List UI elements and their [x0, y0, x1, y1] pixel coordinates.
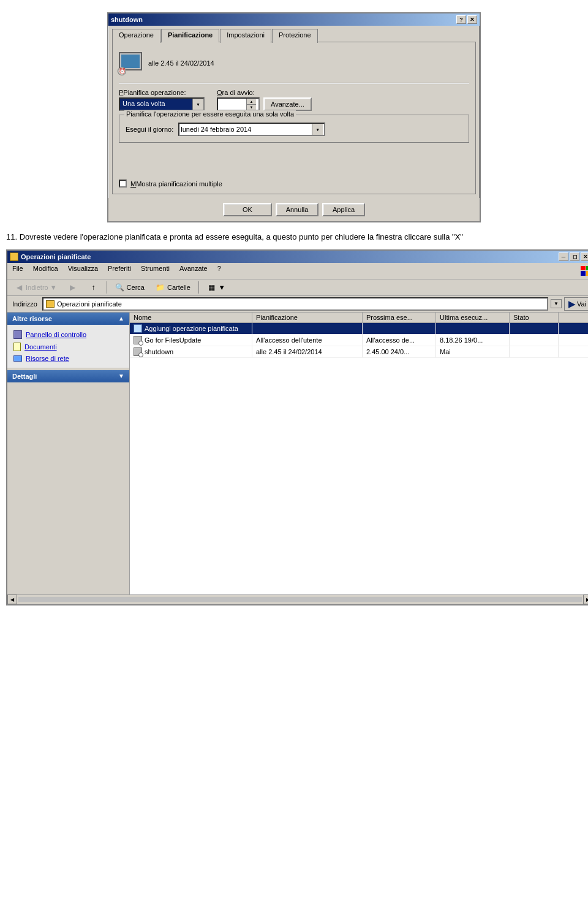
ok-button[interactable]: OK [223, 203, 272, 216]
menu-visualizza[interactable]: Visualizza [63, 264, 103, 278]
scroll-track[interactable] [18, 597, 582, 602]
address-value: Operazioni pianificate [57, 300, 122, 308]
dialog-buttons: OK Annulla Applica [108, 198, 480, 221]
time-input[interactable]: 2.45 [218, 99, 246, 109]
scroll-right-btn[interactable]: ▶ [583, 594, 588, 604]
address-dropdown-btn[interactable]: ▼ [551, 299, 562, 308]
dettagli-header[interactable]: Dettagli ▼ [7, 370, 129, 382]
col-pianificazione[interactable]: Pianificazione [252, 313, 363, 322]
col-prossima[interactable]: Prossima ese... [363, 313, 436, 322]
search-btn[interactable]: 🔍 Cerca [111, 281, 149, 294]
tab-impostazioni[interactable]: Impostazioni [220, 29, 271, 43]
date-arrow-icon[interactable]: ▼ [312, 124, 323, 135]
annulla-button[interactable]: Annulla [276, 203, 318, 216]
sidebar-link-risorse[interactable]: Risorse di rete [12, 353, 124, 364]
forward-btn[interactable]: ▶ [64, 281, 82, 294]
mostra-checkbox[interactable] [119, 180, 127, 188]
dettagli-label: Dettagli [12, 373, 37, 380]
file-row-2[interactable]: shutdown alle 2.45 il 24/02/2014 2.45.00… [130, 346, 588, 358]
file-row-1[interactable]: Go for FilesUpdate All'accesso dell'uten… [130, 335, 588, 346]
file-cell-nome-1: Go for FilesUpdate [130, 335, 252, 346]
address-field[interactable]: Operazioni pianificate [42, 297, 548, 311]
tab-operazione[interactable]: Operazione [112, 29, 160, 43]
explorer-window-icon [10, 252, 18, 261]
views-btn[interactable]: ▦ ▼ [203, 281, 230, 294]
sidebar-link-pannello[interactable]: Pannello di controllo [12, 328, 124, 341]
menu-preferiti[interactable]: Preferiti [103, 264, 136, 278]
logo-sq-blue [581, 271, 586, 276]
menu-modifica[interactable]: Modifica [28, 264, 63, 278]
spinner-up-btn[interactable]: ▲ [247, 99, 256, 104]
select-arrow-icon[interactable]: ▼ [192, 99, 203, 110]
scroll-left-btn[interactable]: ◀ [7, 594, 17, 604]
file-cell-pianif-0 [252, 323, 363, 334]
file-cell-pianif-1: All'accesso dell'utente [252, 335, 363, 346]
horizontal-scrollbar[interactable]: ◀ ▶ [7, 594, 588, 604]
address-label: Indirizzo [10, 300, 40, 308]
menubar-spacer [226, 264, 578, 278]
ora-avvio-label: Ora di avvio: [217, 89, 312, 96]
tab-content-pianificazione: ⏰ alle 2.45 il 24/02/2014 PPianifica ope… [112, 42, 476, 194]
file-cell-stato-0 [510, 323, 559, 334]
explorer-minimize-btn[interactable]: ─ [559, 252, 568, 261]
explorer-menubar: File Modifica Visualizza Preferiti Strum… [7, 263, 588, 279]
col-stato[interactable]: Stato [510, 313, 559, 322]
tab-protezione[interactable]: Protezione [272, 29, 318, 43]
file-cell-ultima-2: Mai [436, 346, 510, 357]
select-wrapper[interactable]: Una sola volta ▼ [119, 97, 205, 111]
schedule-once-groupbox: Pianifica l'operazione per essere esegui… [119, 115, 469, 143]
up-btn[interactable]: ↑ [85, 281, 103, 294]
folders-btn[interactable]: 📁 Cartelle [151, 281, 195, 294]
menu-file[interactable]: File [7, 264, 28, 278]
explorer-close-btn[interactable]: ✕ [581, 252, 588, 261]
pianifica-label: PPianifica operazione: [119, 89, 205, 96]
new-task-icon-0 [134, 324, 142, 333]
file-cell-prossima-1: All'accesso de... [363, 335, 436, 346]
menu-strumenti[interactable]: Strumenti [136, 264, 175, 278]
time-spinner[interactable]: 2.45 ▲ ▼ [217, 97, 260, 111]
views-icon: ▦ [207, 283, 217, 292]
date-combo[interactable]: lunedi 24 febbraio 2014 ▼ [178, 123, 325, 136]
back-btn[interactable]: ◀ Indietro ▼ [10, 281, 61, 294]
col-nome[interactable]: Nome [130, 313, 252, 322]
step-text: 11. Dovreste vedere l'operazione pianifi… [6, 231, 582, 243]
explorer-restore-btn[interactable]: ◻ [570, 252, 579, 261]
schedule-icon: ⏰ [119, 52, 143, 74]
pianifica-select[interactable]: Una sola volta ▼ [119, 97, 205, 111]
forward-icon: ▶ [68, 283, 78, 292]
file-cell-ultima-0 [436, 323, 510, 334]
spinner-buttons: ▲ ▼ [246, 99, 256, 110]
explorer-titlebar-buttons: ─ ◻ ✕ [559, 252, 588, 261]
date-row: Esegui il giorno: lunedi 24 febbraio 201… [126, 123, 462, 136]
dettagli-collapse-icon: ▼ [118, 373, 124, 379]
documenti-icon [13, 343, 21, 351]
col-ultima[interactable]: Ultima esecuz... [436, 313, 510, 322]
time-row: 2.45 ▲ ▼ Avanzate... [217, 97, 312, 111]
schedule-icon-row: ⏰ alle 2.45 il 24/02/2014 [119, 48, 469, 78]
sidebar-link-documenti[interactable]: Documenti [12, 341, 124, 353]
spinner-down-btn[interactable]: ▼ [247, 104, 256, 110]
back-icon: ◀ [14, 283, 24, 292]
pannello-label: Pannello di controllo [26, 331, 86, 338]
menu-avanzate[interactable]: Avanzate [175, 264, 213, 278]
explorer-title: Operazioni pianificate [21, 253, 91, 260]
avanzate-button[interactable]: Avanzate... [263, 97, 312, 111]
file-cell-stato-2 [510, 346, 559, 357]
help-button[interactable]: ? [456, 15, 466, 24]
file-cell-stato-1 [510, 335, 559, 346]
explorer-window: Operazioni pianificate ─ ◻ ✕ File Modifi… [6, 249, 588, 605]
altre-risorse-header[interactable]: Altre risorse ▲ [7, 313, 129, 325]
close-button[interactable]: ✕ [467, 15, 477, 24]
task-clock-1 [138, 341, 143, 346]
file-cell-ultima-1: 8.18.26 19/0... [436, 335, 510, 346]
file-cell-nome-2: shutdown [130, 346, 252, 357]
address-bar: Indirizzo Operazioni pianificate ▼ ▶ Vai [7, 296, 588, 313]
tab-pianificazione[interactable]: Pianificazione [161, 29, 219, 43]
file-row-0[interactable]: Aggiungi operazione pianificata [130, 323, 588, 335]
menu-help[interactable]: ? [213, 264, 226, 278]
folders-icon: 📁 [156, 283, 165, 292]
go-label: Vai [577, 300, 586, 308]
up-icon: ↑ [89, 283, 99, 292]
applica-button[interactable]: Applica [322, 203, 365, 216]
go-button[interactable]: ▶ Vai [564, 297, 588, 311]
